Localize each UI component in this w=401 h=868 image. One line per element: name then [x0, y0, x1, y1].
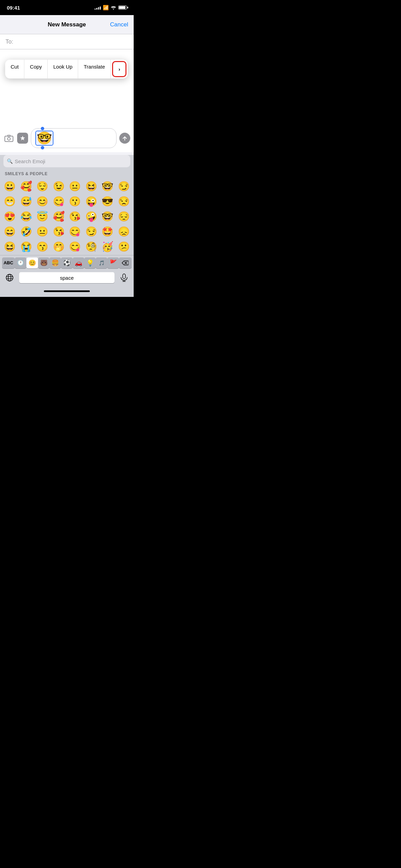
to-field[interactable]: To: — [0, 34, 134, 49]
emoji-cell[interactable]: 😜 — [84, 194, 99, 208]
emoji-cell[interactable]: 😐 — [67, 179, 83, 193]
travel-button[interactable]: 🚗 — [73, 257, 84, 268]
emoji-cell[interactable]: 🤭 — [51, 239, 67, 254]
home-indicator — [0, 285, 134, 297]
to-label: To: — [5, 38, 13, 45]
globe-button[interactable] — [2, 272, 17, 283]
keyboard-bottom-bar: ABC 🕐 😊 🐻 🍔 ⚽ 🚗 💡 🎵 🚩 — [0, 255, 134, 270]
abc-button[interactable]: ABC — [2, 257, 15, 268]
food-button[interactable]: 🍔 — [49, 257, 61, 268]
emoji-cell[interactable]: 😌 — [35, 179, 50, 193]
send-button[interactable] — [119, 133, 130, 144]
emoji-grid: 😀 🥰 😌 😉 😐 😆 🤓 😏 😁 😅 😊 😋 😗 😜 😎 😒 😍 😂 😇 🥰 … — [0, 178, 134, 255]
emoji-cell[interactable]: 😀 — [2, 179, 18, 193]
emoji-cell[interactable]: 😄 — [2, 224, 18, 239]
more-button[interactable]: › — [112, 61, 126, 77]
battery-icon — [118, 5, 127, 10]
emoji-cell[interactable]: 😋 — [67, 239, 83, 254]
emoji-cell[interactable]: 😁 — [2, 194, 18, 208]
emoji-cell[interactable]: 😋 — [51, 194, 67, 208]
delete-button[interactable] — [119, 257, 132, 268]
wifi-icon: 📶 — [103, 5, 109, 10]
emoji-cell[interactable]: 😘 — [51, 224, 67, 239]
translate-button[interactable]: Translate — [78, 60, 111, 79]
microphone-button[interactable] — [117, 272, 132, 283]
emoji-cell[interactable]: 😘 — [67, 209, 83, 224]
selection-handle-top — [41, 127, 44, 130]
search-icon: 🔍 — [7, 158, 13, 164]
emoji-cell[interactable]: 😏 — [116, 179, 132, 193]
message-area[interactable]: Cut Copy Look Up Translate › — [0, 49, 134, 152]
animals-button[interactable]: 🐻 — [38, 257, 50, 268]
app-store-button[interactable] — [17, 133, 28, 144]
emoji-cell[interactable]: 😞 — [116, 224, 132, 239]
emoji-cell[interactable]: 😋 — [67, 224, 83, 239]
cut-button[interactable]: Cut — [5, 60, 24, 79]
status-bar: 09:41 📶 — [0, 0, 134, 15]
recent-emoji-button[interactable]: 🕐 — [15, 257, 26, 268]
svg-rect-10 — [123, 274, 125, 279]
message-input-bubble[interactable]: 🤓 — [31, 128, 117, 148]
input-row: 🤓 — [0, 127, 134, 149]
wifi-icon — [111, 5, 116, 10]
emoji-cell[interactable]: 😂 — [19, 209, 34, 224]
flags-button[interactable]: 🚩 — [107, 257, 119, 268]
emoji-cell[interactable]: 😍 — [2, 209, 18, 224]
emoji-cell[interactable]: 😅 — [19, 194, 34, 208]
svg-rect-1 — [5, 136, 13, 142]
look-up-button[interactable]: Look Up — [48, 60, 78, 79]
emoji-cell[interactable]: 😉 — [51, 179, 67, 193]
context-menu: Cut Copy Look Up Translate › — [5, 60, 128, 79]
nav-header: New Message Cancel — [0, 15, 134, 34]
emoji-cell[interactable]: 😐 — [35, 224, 50, 239]
emoji-cell[interactable]: 🤓 — [100, 209, 116, 224]
selected-emoji: 🤓 — [35, 131, 53, 146]
svg-point-7 — [8, 274, 11, 281]
signal-icon — [95, 5, 101, 10]
emoji-cell[interactable]: 😗 — [67, 194, 83, 208]
emoji-section-label: SMILEYS & PEOPLE — [0, 170, 134, 178]
camera-button[interactable] — [3, 133, 14, 144]
emoji-cell[interactable]: 🥰 — [19, 179, 34, 193]
search-placeholder: Search Emoji — [15, 158, 45, 164]
space-button[interactable]: space — [19, 272, 114, 283]
emoji-cell[interactable]: 😊 — [35, 194, 50, 208]
emoji-cell[interactable]: 🥳 — [100, 239, 116, 254]
emoji-cell[interactable]: 😏 — [84, 224, 99, 239]
emoji-cell[interactable]: 🤓 — [100, 179, 116, 193]
emoji-cell[interactable]: 🧐 — [84, 239, 99, 254]
emoji-search-bar[interactable]: 🔍 Search Emoji — [3, 155, 130, 167]
emoji-cell[interactable]: 🤪 — [84, 209, 99, 224]
svg-point-6 — [6, 274, 13, 281]
status-icons: 📶 — [95, 5, 127, 10]
status-time: 09:41 — [7, 5, 20, 11]
emoji-cell[interactable]: 😔 — [116, 209, 132, 224]
spacebar-row: space — [0, 270, 134, 285]
home-bar — [44, 290, 90, 292]
emoji-cell[interactable]: 😭 — [19, 239, 34, 254]
emoji-cell[interactable]: 🤩 — [100, 224, 116, 239]
emoji-cell[interactable]: 😇 — [35, 209, 50, 224]
emoji-cell[interactable]: 🤣 — [19, 224, 34, 239]
copy-button[interactable]: Copy — [24, 60, 48, 79]
emoji-cell[interactable]: 😆 — [84, 179, 99, 193]
emoji-cell[interactable]: 😕 — [116, 239, 132, 254]
emoji-keyboard: 🔍 Search Emoji SMILEYS & PEOPLE 😀 🥰 😌 😉 … — [0, 155, 134, 297]
svg-point-0 — [113, 9, 114, 10]
page-title: New Message — [48, 21, 86, 28]
emoji-cell[interactable]: 😙 — [35, 239, 50, 254]
smileys-button[interactable]: 😊 — [26, 257, 38, 268]
sports-button[interactable]: ⚽ — [61, 257, 73, 268]
selection-handle-bottom — [41, 146, 44, 149]
symbols-button[interactable]: 🎵 — [96, 257, 107, 268]
emoji-cell[interactable]: 😒 — [116, 194, 132, 208]
cancel-button[interactable]: Cancel — [110, 21, 128, 28]
emoji-cell[interactable]: 🥰 — [51, 209, 67, 224]
objects-button[interactable]: 💡 — [84, 257, 96, 268]
svg-point-2 — [8, 137, 10, 140]
emoji-cell[interactable]: 😎 — [100, 194, 116, 208]
emoji-cell[interactable]: 😆 — [2, 239, 18, 254]
